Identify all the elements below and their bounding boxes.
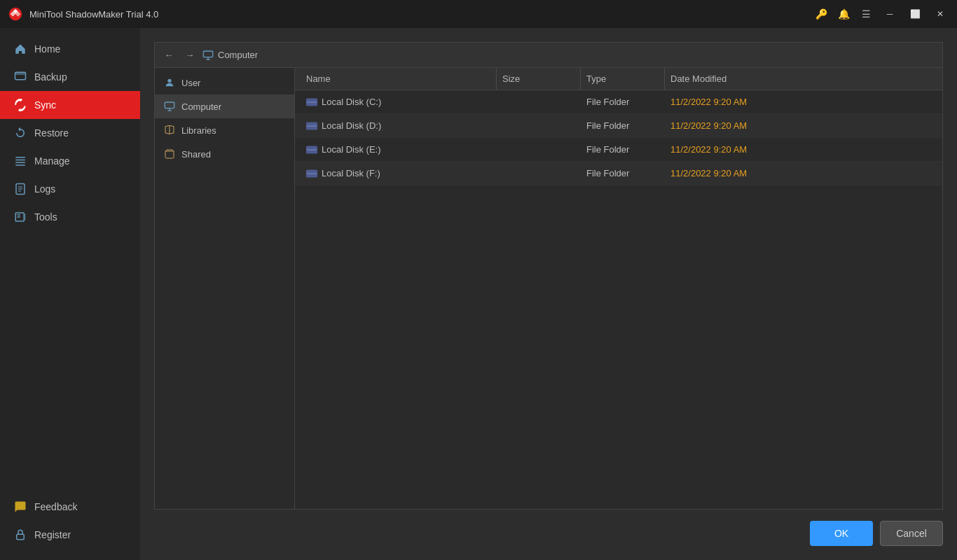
restore-button[interactable]: ⬜ <box>905 4 925 24</box>
svg-rect-2 <box>15 72 26 75</box>
user-tree-icon <box>163 76 176 89</box>
title-bar: MiniTool ShadowMaker Trial 4.0 🔑 🔔 ☰ ─ ⬜… <box>0 0 957 28</box>
file-date-cell: 11/2/2022 9:20 AM <box>665 97 937 107</box>
sidebar-item-logs[interactable]: Logs <box>0 175 140 203</box>
col-header-date: Date Modified <box>665 68 937 90</box>
content-area: ← → Computer User <box>140 28 957 560</box>
disk-icon <box>306 169 317 178</box>
disk-icon <box>306 98 317 106</box>
svg-rect-14 <box>203 51 212 57</box>
file-type-cell: File Folder <box>581 144 665 155</box>
file-browser-body: User Computer Libraries <box>155 68 942 509</box>
restore-label: Restore <box>34 127 69 139</box>
svg-rect-11 <box>18 214 21 216</box>
svg-rect-12 <box>18 216 21 218</box>
tree-item-shared[interactable]: Shared <box>155 142 294 166</box>
register-label: Register <box>34 529 71 540</box>
backup-icon <box>13 70 27 84</box>
tools-label: Tools <box>34 211 57 223</box>
app-logo <box>7 6 24 22</box>
table-row[interactable]: Local Disk (D:) File Folder 11/2/2022 9:… <box>295 114 942 138</box>
feedback-label: Feedback <box>34 501 77 512</box>
computer-breadcrumb-icon <box>202 50 214 61</box>
tools-icon <box>13 210 27 224</box>
home-icon <box>13 42 27 56</box>
tree-item-user[interactable]: User <box>155 71 294 94</box>
bottom-bar: OK Cancel <box>154 510 943 546</box>
col-header-name: Name <box>301 68 497 90</box>
sidebar-item-backup[interactable]: Backup <box>0 63 140 91</box>
register-icon <box>13 528 27 542</box>
sidebar-item-sync[interactable]: Sync <box>0 91 140 119</box>
disk-icon <box>306 122 317 130</box>
file-name-cell: Local Disk (C:) <box>301 97 497 107</box>
file-date-cell: 11/2/2022 9:20 AM <box>665 168 937 178</box>
main-layout: Home Backup Sync Restore Manage <box>0 28 957 560</box>
file-type-cell: File Folder <box>581 168 665 178</box>
sidebar-item-home[interactable]: Home <box>0 35 140 63</box>
bell-icon[interactable]: 🔔 <box>835 6 852 22</box>
svg-rect-5 <box>15 162 25 164</box>
sidebar-item-feedback[interactable]: Feedback <box>0 493 140 521</box>
col-header-size: Size <box>497 68 581 90</box>
tree-item-computer-label: Computer <box>181 102 221 112</box>
svg-rect-4 <box>15 160 25 161</box>
key-icon[interactable]: 🔑 <box>813 6 829 22</box>
sidebar-item-manage[interactable]: Manage <box>0 147 140 175</box>
file-type-cell: File Folder <box>581 97 665 107</box>
backup-label: Backup <box>34 71 67 83</box>
tree-item-libraries-label: Libraries <box>181 125 216 136</box>
svg-rect-18 <box>165 102 174 108</box>
manage-label: Manage <box>34 155 70 167</box>
file-type-cell: File Folder <box>581 120 665 131</box>
tree-item-user-label: User <box>181 78 200 88</box>
table-row[interactable]: Local Disk (E:) File Folder 11/2/2022 9:… <box>295 138 942 162</box>
svg-rect-13 <box>17 534 25 540</box>
ok-button[interactable]: OK <box>810 521 873 546</box>
menu-icon[interactable]: ☰ <box>858 6 874 22</box>
sidebar: Home Backup Sync Restore Manage <box>0 28 140 560</box>
sidebar-item-tools[interactable]: Tools <box>0 203 140 231</box>
file-name-cell: Local Disk (D:) <box>301 120 497 131</box>
back-button[interactable]: ← <box>160 47 177 64</box>
sync-label: Sync <box>34 99 56 111</box>
minimize-button[interactable]: ─ <box>880 4 900 24</box>
logs-icon <box>13 182 27 196</box>
file-browser: ← → Computer User <box>154 42 943 510</box>
svg-rect-6 <box>15 164 25 166</box>
svg-point-17 <box>167 79 171 83</box>
file-date-cell: 11/2/2022 9:20 AM <box>665 144 937 155</box>
disk-icon <box>306 146 317 154</box>
breadcrumb-bar: ← → Computer <box>155 43 942 68</box>
libraries-tree-icon <box>163 124 176 136</box>
home-label: Home <box>34 43 60 55</box>
breadcrumb-text: Computer <box>218 50 258 60</box>
title-controls: 🔑 🔔 ☰ ─ ⬜ ✕ <box>813 4 950 24</box>
table-row[interactable]: Local Disk (C:) File Folder 11/2/2022 9:… <box>295 90 942 114</box>
breadcrumb: Computer <box>202 50 258 61</box>
file-name-cell: Local Disk (F:) <box>301 168 497 178</box>
close-button[interactable]: ✕ <box>930 4 950 24</box>
tree-panel: User Computer Libraries <box>155 68 295 509</box>
file-list: Name Size Type Date Modified <box>295 68 942 509</box>
column-headers: Name Size Type Date Modified <box>295 68 942 90</box>
forward-button[interactable]: → <box>181 47 198 64</box>
manage-icon <box>13 154 27 168</box>
col-header-type: Type <box>581 68 665 90</box>
sidebar-item-restore[interactable]: Restore <box>0 119 140 147</box>
feedback-icon <box>13 500 27 514</box>
restore-icon <box>13 126 27 140</box>
svg-rect-3 <box>15 157 25 158</box>
logs-label: Logs <box>34 183 55 195</box>
sidebar-item-register[interactable]: Register <box>0 521 140 549</box>
computer-tree-icon <box>163 100 176 113</box>
app-title: MiniTool ShadowMaker Trial 4.0 <box>29 9 807 20</box>
tree-item-libraries[interactable]: Libraries <box>155 118 294 142</box>
cancel-button[interactable]: Cancel <box>880 521 943 546</box>
sync-icon <box>13 98 27 112</box>
tree-item-shared-label: Shared <box>181 149 211 160</box>
file-date-cell: 11/2/2022 9:20 AM <box>665 120 937 131</box>
table-row[interactable]: Local Disk (F:) File Folder 11/2/2022 9:… <box>295 162 942 186</box>
tree-item-computer[interactable]: Computer <box>155 94 294 118</box>
shared-tree-icon <box>163 148 176 160</box>
